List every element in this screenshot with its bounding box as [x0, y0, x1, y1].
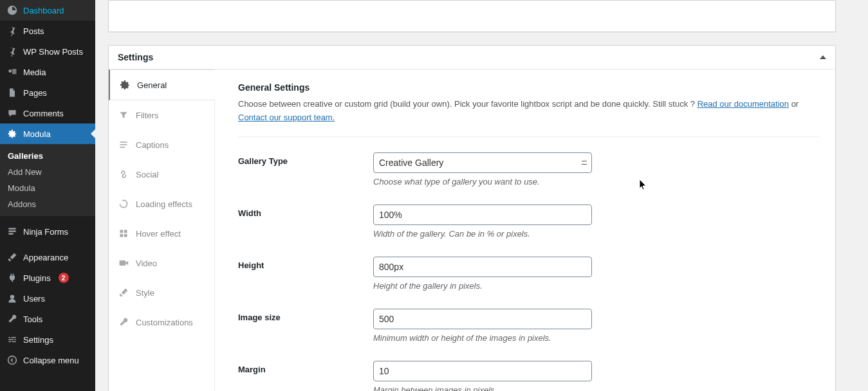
- sidebar-item-pages[interactable]: Pages: [0, 82, 95, 103]
- collapse-icon: [6, 354, 18, 366]
- dashboard-icon: [6, 5, 18, 16]
- settings-tab-loading[interactable]: Loading effects: [109, 189, 214, 219]
- sidebar-item-label: WP Show Posts: [23, 47, 83, 57]
- field-gallery-type: Gallery Type Creative Gallery Choose wha…: [238, 152, 820, 186]
- sidebar-item-label: Ninja Forms: [23, 227, 68, 237]
- settings-tab-label: Social: [136, 170, 158, 179]
- settings-panel-header[interactable]: Settings: [109, 46, 835, 69]
- sidebar-subitem-galleries[interactable]: Galleries: [0, 148, 95, 164]
- settings-content: General Settings Choose between creative…: [215, 69, 835, 391]
- sidebar-subitem-addnew[interactable]: Add New: [0, 164, 95, 180]
- settings-tab-customizations[interactable]: Customizations: [109, 307, 214, 337]
- sidebar-item-tools[interactable]: Tools: [0, 309, 95, 329]
- sidebar-subitem-addons[interactable]: Addons: [0, 196, 95, 212]
- gallery-type-select[interactable]: Creative Gallery: [373, 152, 592, 173]
- sidebar-submenu-modula: Galleries Add New Modula Addons: [0, 144, 95, 216]
- svg-point-0: [8, 69, 12, 73]
- sidebar-item-label: Modula: [23, 129, 51, 139]
- chevron-up-icon[interactable]: [820, 55, 826, 59]
- top-panel-spacer: [108, 0, 836, 32]
- user-icon: [6, 293, 18, 304]
- general-settings-intro: Choose between creative or custom grid (…: [238, 98, 820, 125]
- svg-rect-10: [124, 230, 127, 233]
- settings-tab-captions[interactable]: Captions: [109, 130, 214, 159]
- media-icon: [6, 66, 18, 78]
- settings-tab-label: Customizations: [136, 318, 193, 327]
- height-input[interactable]: [373, 257, 592, 277]
- pin-icon: [6, 25, 18, 37]
- field-margin: Margin Margin between images in pixels.: [238, 361, 820, 391]
- field-label: Margin: [238, 361, 373, 374]
- funnel-icon: [118, 109, 129, 121]
- settings-tab-label: Captions: [136, 140, 169, 150]
- settings-tab-label: Hover effect: [136, 229, 181, 239]
- settings-tab-hover[interactable]: Hover effect: [109, 219, 214, 248]
- general-settings-heading: General Settings: [238, 82, 820, 93]
- settings-tab-style[interactable]: Style: [109, 278, 214, 307]
- wrench-icon: [118, 316, 129, 328]
- sidebar-item-label: Comments: [23, 109, 64, 118]
- sidebar-item-label: Posts: [23, 26, 44, 36]
- sidebar-item-comments[interactable]: Comments: [0, 103, 95, 123]
- field-help: Choose what type of gallery you want to …: [373, 177, 592, 186]
- sidebar-item-wpshowposts[interactable]: WP Show Posts: [0, 41, 95, 62]
- svg-rect-12: [124, 234, 127, 237]
- svg-point-4: [10, 295, 14, 298]
- field-height: Height Height of the gallery in pixels.: [238, 257, 820, 291]
- main-content: Settings General: [95, 0, 849, 391]
- settings-tab-label: General: [137, 80, 167, 90]
- svg-rect-7: [120, 144, 127, 145]
- sidebar-item-modula[interactable]: Modula: [0, 123, 95, 144]
- svg-rect-6: [120, 141, 127, 143]
- settings-tab-label: Video: [136, 259, 157, 268]
- admin-sidebar: Dashboard Posts WP Show Posts Media Page: [0, 0, 95, 391]
- svg-rect-8: [120, 147, 125, 148]
- brush-icon: [6, 251, 18, 263]
- svg-rect-3: [8, 233, 13, 234]
- link-icon: [118, 168, 129, 180]
- width-input[interactable]: [373, 205, 592, 225]
- sidebar-item-settings[interactable]: Settings: [0, 329, 95, 350]
- settings-tab-video[interactable]: Video: [109, 248, 214, 278]
- sidebar-item-label: Appearance: [23, 253, 68, 262]
- pin-icon: [6, 46, 18, 57]
- sidebar-item-dashboard[interactable]: Dashboard: [0, 0, 95, 21]
- sidebar-item-media[interactable]: Media: [0, 62, 95, 82]
- brush-icon: [118, 287, 129, 298]
- sidebar-item-label: Users: [23, 294, 45, 304]
- grid-icon: [118, 228, 129, 239]
- support-link[interactable]: Contact our support team.: [238, 113, 335, 122]
- image-size-input[interactable]: [373, 309, 592, 329]
- sidebar-item-label: Dashboard: [23, 6, 64, 15]
- field-image-size: Image size Minimum width or height of th…: [238, 309, 820, 343]
- gear-icon: [6, 128, 18, 140]
- docs-link[interactable]: Read our documentation: [697, 99, 789, 109]
- margin-input[interactable]: [373, 361, 592, 381]
- settings-panel-title: Settings: [118, 52, 153, 62]
- sidebar-item-users[interactable]: Users: [0, 288, 95, 309]
- settings-tab-label: Filters: [136, 111, 158, 120]
- settings-tabs: General Filters Captions: [109, 69, 215, 391]
- settings-tab-label: Loading effects: [136, 199, 192, 209]
- svg-rect-11: [120, 234, 123, 237]
- sidebar-item-ninjaforms[interactable]: Ninja Forms: [0, 221, 95, 242]
- sidebar-item-label: Collapse menu: [23, 356, 79, 365]
- sidebar-item-label: Settings: [23, 335, 53, 345]
- svg-rect-13: [120, 260, 126, 266]
- sidebar-item-collapse[interactable]: Collapse menu: [0, 350, 95, 370]
- sidebar-item-plugins[interactable]: Plugins 2: [0, 268, 95, 288]
- settings-tab-social[interactable]: Social: [109, 159, 214, 189]
- sidebar-subitem-modula[interactable]: Modula: [0, 180, 95, 196]
- sidebar-item-posts[interactable]: Posts: [0, 21, 95, 41]
- page-icon: [6, 87, 18, 98]
- field-label: Gallery Type: [238, 152, 373, 166]
- sidebar-item-appearance[interactable]: Appearance: [0, 247, 95, 268]
- settings-tab-general[interactable]: General: [109, 69, 215, 100]
- svg-rect-1: [8, 228, 15, 229]
- wrench-icon: [6, 313, 18, 325]
- plug-icon: [6, 272, 18, 284]
- settings-panel: Settings General: [108, 45, 836, 391]
- loading-icon: [118, 198, 129, 210]
- settings-tab-label: Style: [136, 288, 154, 298]
- settings-tab-filters[interactable]: Filters: [109, 100, 214, 130]
